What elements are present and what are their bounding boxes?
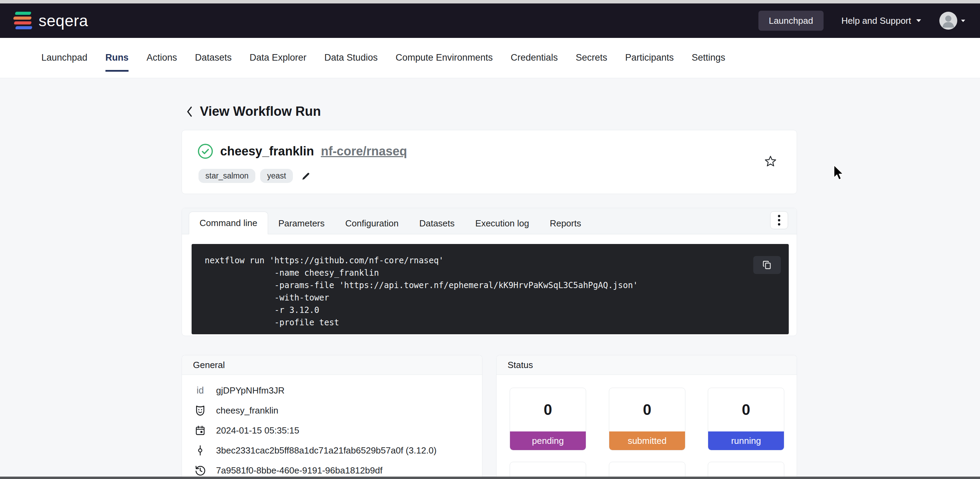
general-panel-body: id gjDPYpNHfm3JR cheesy_franklin (182, 375, 482, 479)
general-row-session: 7a9581f0-8bbe-460e-9191-96ba1812b9df (182, 460, 482, 479)
tab-actions[interactable]: Actions (146, 53, 177, 72)
run-name-mask-icon (193, 404, 207, 416)
person-icon (939, 12, 957, 30)
status-tile-submitted: 0 submitted (609, 388, 686, 450)
tab-datasets[interactable]: Datasets (195, 53, 232, 72)
back-chevron-icon[interactable] (186, 106, 193, 118)
options-kebab-button[interactable] (770, 211, 788, 229)
bottom-scrollbar[interactable] (0, 477, 980, 479)
page-heading: View Workflow Run (186, 104, 321, 119)
copy-command-button[interactable] (753, 256, 781, 274)
user-menu[interactable] (939, 12, 966, 30)
general-panel: General id gjDPYpNHfm3JR cheesy_franklin (181, 355, 482, 479)
general-row-run-name: cheesy_franklin (182, 400, 482, 420)
workspace-tabs: Launchpad Runs Actions Datasets Data Exp… (41, 53, 725, 72)
tab-configuration[interactable]: Configuration (335, 212, 409, 234)
general-row-start-date: 2024-01-15 05:35:15 (182, 420, 482, 441)
edit-labels-pencil-icon[interactable] (301, 170, 312, 181)
browser-chrome-strip (0, 0, 980, 3)
pipeline-link[interactable]: nf-core/rnaseq (321, 144, 407, 159)
start-date-value: 2024-01-15 05:35:15 (216, 425, 299, 436)
tab-credentials[interactable]: Credentials (511, 53, 558, 72)
star-icon (764, 155, 777, 168)
chevron-down-icon (961, 19, 966, 22)
id-label: id (193, 385, 207, 396)
run-detail-card: Command line Parameters Configuration Da… (181, 208, 797, 336)
favorite-star-button[interactable] (763, 154, 778, 169)
workspace-tab-band: Launchpad Runs Actions Datasets Data Exp… (0, 38, 980, 78)
session-id-value: 7a9581f0-8bbe-460e-9191-96ba1812b9df (216, 465, 382, 476)
pending-count: 0 (510, 388, 586, 431)
label-pill[interactable]: yeast (260, 169, 293, 183)
seqera-run-page: seqera Launchpad Help and Support (0, 0, 980, 479)
label-pill[interactable]: star_salmon (199, 169, 255, 183)
help-and-support-label: Help and Support (842, 16, 911, 26)
run-labels-row: star_salmon yeast (199, 169, 312, 183)
run-id-value: gjDPYpNHfm3JR (216, 385, 285, 396)
tab-launchpad[interactable]: Launchpad (41, 53, 88, 72)
status-panel-header: Status (496, 355, 797, 375)
mouse-cursor (832, 165, 844, 181)
copy-icon (762, 260, 772, 270)
tab-compute-environments[interactable]: Compute Environments (396, 53, 493, 72)
command-line-block: nextflow run 'https://github.com/nf-core… (192, 244, 789, 334)
tab-settings[interactable]: Settings (692, 53, 725, 72)
launchpad-button[interactable]: Launchpad (759, 11, 824, 31)
commit-value: 3bec2331cac2b5ff88a1dc71a21fab6529b57a0f… (216, 445, 437, 456)
git-commit-icon (193, 445, 207, 456)
command-line-text: nextflow run 'https://github.com/nf-core… (192, 244, 789, 329)
tab-execution-log[interactable]: Execution log (465, 212, 539, 234)
running-count: 0 (708, 388, 784, 431)
seqera-logo-icon (13, 11, 33, 30)
status-check-circle-icon (197, 143, 213, 159)
avatar (939, 12, 957, 30)
help-and-support-menu[interactable]: Help and Support (842, 16, 921, 26)
page-title: View Workflow Run (200, 104, 321, 119)
tab-data-explorer[interactable]: Data Explorer (250, 53, 306, 72)
tab-command-line[interactable]: Command line (189, 212, 268, 234)
running-label: running (708, 431, 784, 450)
general-panel-header: General (182, 355, 482, 375)
general-row-commit: 3bec2331cac2b5ff88a1dc71a21fab6529b57a0f… (182, 441, 482, 460)
navbar-actions: Launchpad Help and Support (759, 11, 966, 31)
session-history-icon (193, 465, 207, 476)
calendar-icon (193, 425, 207, 436)
detail-tabstrip: Command line Parameters Configuration Da… (182, 208, 797, 234)
run-name: cheesy_franklin (220, 144, 314, 159)
seqera-logo[interactable]: seqera (13, 11, 88, 30)
run-title-row: cheesy_franklin nf-core/rnaseq (197, 143, 407, 159)
brand-wordmark: seqera (38, 11, 88, 30)
submitted-label: submitted (609, 431, 685, 450)
kebab-menu-icon (778, 214, 781, 226)
status-tile-running: 0 running (708, 388, 784, 450)
tab-parameters[interactable]: Parameters (268, 212, 335, 234)
tab-data-studios[interactable]: Data Studios (324, 53, 378, 72)
submitted-count: 0 (609, 388, 685, 431)
tab-secrets[interactable]: Secrets (576, 53, 608, 72)
tab-run-datasets[interactable]: Datasets (409, 212, 465, 234)
run-summary-card: cheesy_franklin nf-core/rnaseq star_salm… (181, 130, 797, 194)
chevron-down-icon (916, 19, 921, 22)
tab-runs[interactable]: Runs (105, 53, 129, 72)
pending-label: pending (510, 431, 586, 450)
general-row-id: id gjDPYpNHfm3JR (182, 380, 482, 400)
tab-participants[interactable]: Participants (625, 53, 674, 72)
top-navbar: seqera Launchpad Help and Support (0, 3, 980, 38)
tab-reports[interactable]: Reports (539, 212, 591, 234)
run-name-value: cheesy_franklin (216, 405, 278, 416)
status-panel: Status 0 pending 0 submitted 0 running 0… (496, 355, 797, 479)
status-tile-pending: 0 pending (510, 388, 586, 450)
